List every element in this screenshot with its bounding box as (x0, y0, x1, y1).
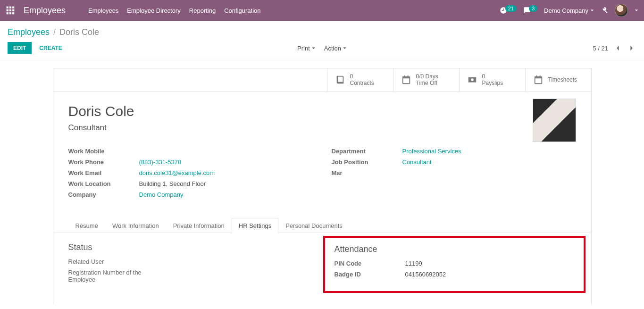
action-dropdown[interactable]: Action (324, 45, 347, 52)
tools-icon (601, 7, 608, 14)
work-mobile-label: Work Mobile (68, 148, 139, 155)
svg-rect-0 (7, 7, 8, 8)
money-icon (467, 75, 477, 85)
breadcrumb-current: Doris Cole (59, 27, 99, 37)
employee-name: Doris Cole (68, 103, 576, 119)
stat-contracts[interactable]: 0Contracts (327, 68, 393, 92)
badge-id-label: Badge ID (335, 271, 405, 278)
stat-timesheets[interactable]: Timesheets (525, 68, 591, 92)
pager-prev[interactable] (613, 43, 622, 53)
form-sheet: 0Contracts 0/0 DaysTime Off 0Payslips Ti… (53, 68, 592, 304)
breadcrumb-root[interactable]: Employees (8, 27, 50, 37)
pin-code-value: 11199 (405, 260, 422, 267)
svg-rect-5 (12, 9, 14, 11)
top-navbar: Employees Employees Employee Directory R… (0, 0, 644, 21)
company-switcher[interactable]: Demo Company (544, 7, 594, 14)
chevron-left-icon (615, 45, 620, 51)
company-label: Company (68, 191, 139, 198)
content-area: 0Contracts 0/0 DaysTime Off 0Payslips Ti… (0, 60, 644, 304)
work-email-label: Work Email (68, 169, 139, 176)
status-title: Status (68, 242, 312, 252)
badge-id-value: 041560692052 (405, 271, 446, 278)
work-email-value[interactable]: doris.cole31@example.com (139, 169, 215, 176)
top-menu: Employees Employee Directory Reporting C… (88, 7, 260, 14)
tab-bar: Resumé Work Information Private Informat… (53, 218, 591, 233)
debug-button[interactable] (601, 7, 608, 14)
brand-title[interactable]: Employees (24, 6, 66, 16)
user-caret-icon[interactable] (635, 8, 638, 12)
chevron-right-icon (629, 45, 634, 51)
activity-count: 21 (505, 5, 517, 12)
tab-personal-docs[interactable]: Personal Documents (278, 218, 350, 233)
create-button[interactable]: CREATE (37, 42, 64, 54)
apps-icon[interactable] (6, 6, 15, 15)
department-value[interactable]: Professional Services (402, 148, 461, 155)
pin-code-label: PIN Code (335, 260, 405, 267)
messaging-button[interactable]: 3 (523, 7, 537, 14)
stat-payslips[interactable]: 0Payslips (459, 68, 525, 92)
chevron-down-icon (312, 46, 316, 50)
pager-text: 5 / 21 (593, 45, 608, 52)
breadcrumb-separator: / (53, 27, 56, 37)
company-value[interactable]: Demo Company (139, 191, 184, 198)
attendance-title: Attendance (335, 244, 574, 254)
related-user-label: Related User (68, 258, 139, 265)
svg-rect-6 (7, 12, 8, 14)
info-col-right: DepartmentProfessional Services Job Posi… (332, 148, 576, 202)
top-right: 21 3 Demo Company (500, 4, 638, 17)
job-position-value[interactable]: Consultant (402, 159, 432, 166)
info-grid: Work Mobile Work Phone(883)-331-5378 Wor… (53, 148, 591, 211)
svg-rect-2 (12, 7, 14, 8)
user-avatar[interactable] (615, 4, 628, 17)
stat-buttons: 0Contracts 0/0 DaysTime Off 0Payslips Ti… (53, 68, 591, 92)
tab-resume[interactable]: Resumé (68, 218, 105, 233)
calendar-icon (533, 75, 544, 85)
pager: 5 / 21 (593, 43, 636, 53)
print-dropdown[interactable]: Print (297, 45, 316, 52)
work-location-label: Work Location (68, 180, 139, 187)
work-location-value: Building 1, Second Floor (139, 180, 206, 187)
manager-label-cut: Mar (332, 169, 402, 176)
message-count: 3 (529, 5, 537, 12)
stat-timeoff[interactable]: 0/0 DaysTime Off (393, 68, 459, 92)
activity-button[interactable]: 21 (500, 7, 517, 14)
employee-photo[interactable] (533, 99, 576, 142)
tab-hr-settings[interactable]: HR Settings (232, 218, 278, 233)
menu-employees[interactable]: Employees (88, 7, 118, 14)
svg-rect-8 (12, 12, 14, 14)
employee-title: Consultant (68, 123, 576, 133)
menu-configuration[interactable]: Configuration (224, 7, 260, 14)
tab-private-info[interactable]: Private Information (166, 218, 232, 233)
employee-header: Doris Cole Consultant (53, 92, 591, 148)
book-icon (335, 75, 345, 85)
chevron-down-icon (590, 8, 594, 12)
menu-directory[interactable]: Employee Directory (127, 7, 180, 14)
calendar-icon (401, 75, 411, 85)
job-position-label: Job Position (332, 159, 402, 166)
tab-work-info[interactable]: Work Information (105, 218, 166, 233)
breadcrumb: Employees / Doris Cole (0, 21, 644, 40)
chevron-down-icon (343, 46, 347, 50)
svg-rect-7 (9, 12, 11, 14)
reg-number-label: Registration Number of the Employee (68, 269, 149, 283)
work-phone-value[interactable]: (883)-331-5378 (139, 159, 182, 166)
work-phone-label: Work Phone (68, 159, 139, 166)
attendance-highlight: Attendance PIN Code11199 Badge ID0415606… (323, 236, 585, 293)
center-actions: Print Action (297, 45, 347, 52)
info-col-left: Work Mobile Work Phone(883)-331-5378 Wor… (68, 148, 313, 202)
company-name: Demo Company (544, 7, 588, 14)
menu-reporting[interactable]: Reporting (189, 7, 216, 14)
status-section: Status Related User Registration Number … (68, 242, 312, 287)
edit-button[interactable]: EDIT (8, 42, 32, 54)
tab-content: Status Related User Registration Number … (53, 233, 591, 304)
control-bar: EDIT CREATE Print Action 5 / 21 (0, 40, 644, 60)
pager-next[interactable] (627, 43, 636, 53)
svg-rect-4 (9, 9, 11, 11)
attendance-section: Attendance PIN Code11199 Badge ID0415606… (333, 242, 576, 287)
svg-rect-3 (7, 9, 8, 11)
svg-rect-1 (9, 7, 11, 8)
department-label: Department (332, 148, 402, 155)
